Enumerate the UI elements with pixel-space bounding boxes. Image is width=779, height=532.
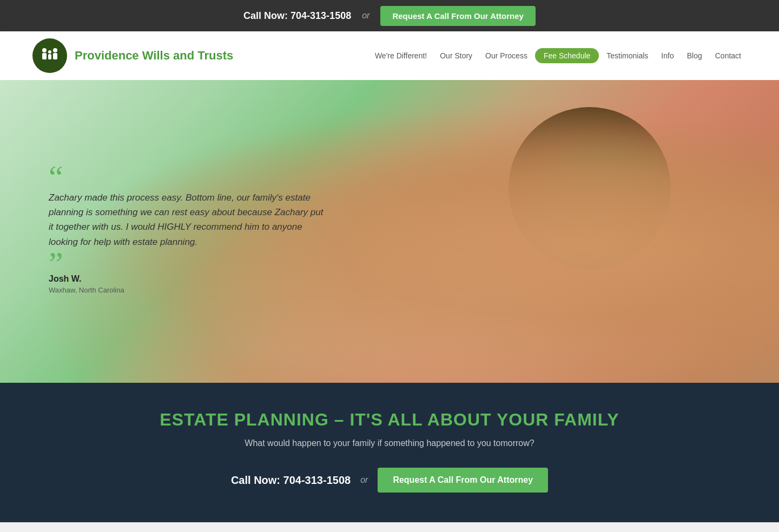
quote-author-location: Waxhaw, North Carolina bbox=[49, 286, 330, 294]
svg-point-4 bbox=[53, 48, 57, 52]
cta-actions: Call Now: 704-313-1508 or Request A Call… bbox=[0, 468, 779, 493]
footer-hint bbox=[0, 522, 779, 532]
logo-area[interactable]: Providence Wills and Trusts bbox=[32, 38, 233, 73]
nav: We're Different! Our Story Our Process F… bbox=[369, 48, 747, 63]
cta-subtext: What would happen to your family if some… bbox=[0, 438, 779, 448]
cta-button[interactable]: Request A Call From Our Attorney bbox=[378, 468, 548, 493]
top-bar-or: or bbox=[362, 11, 369, 21]
nav-item-our-process[interactable]: Our Process bbox=[480, 48, 533, 63]
nav-item-testimonials[interactable]: Testimonials bbox=[601, 48, 653, 63]
logo-text: Providence Wills and Trusts bbox=[75, 49, 233, 63]
cta-phone: Call Now: 704-313-1508 bbox=[231, 474, 351, 487]
svg-rect-1 bbox=[42, 53, 47, 59]
quote-text: Zachary made this process easy. Bottom l… bbox=[49, 190, 330, 249]
svg-rect-5 bbox=[53, 53, 57, 59]
cta-headline: ESTATE PLANNING – IT'S ALL ABOUT YOUR FA… bbox=[0, 410, 779, 430]
nav-item-fee-schedule[interactable]: Fee Schedule bbox=[535, 48, 599, 63]
svg-rect-3 bbox=[48, 54, 51, 59]
top-bar-cta-button[interactable]: Request A Call From Our Attorney bbox=[380, 6, 536, 26]
hero-section: “ Zachary made this process easy. Bottom… bbox=[0, 80, 779, 383]
header: Providence Wills and Trusts We're Differ… bbox=[0, 31, 779, 80]
cta-section: ESTATE PLANNING – IT'S ALL ABOUT YOUR FA… bbox=[0, 383, 779, 522]
logo-icon bbox=[32, 38, 67, 73]
quote-author-name: Josh W. bbox=[49, 274, 330, 284]
cta-headline-part1: ESTATE PLANNING – bbox=[160, 410, 349, 429]
cta-or: or bbox=[360, 475, 368, 485]
quote-open-marks: “ bbox=[49, 169, 63, 185]
nav-item-blog[interactable]: Blog bbox=[682, 48, 708, 63]
testimonial-block: “ Zachary made this process easy. Bottom… bbox=[49, 169, 330, 294]
nav-item-were-different[interactable]: We're Different! bbox=[369, 48, 432, 63]
cta-headline-part2: IT'S ALL ABOUT YOUR FAMILY bbox=[349, 410, 619, 429]
nav-item-info[interactable]: Info bbox=[656, 48, 679, 63]
nav-item-contact[interactable]: Contact bbox=[710, 48, 747, 63]
nav-item-our-story[interactable]: Our Story bbox=[434, 48, 478, 63]
top-bar: Call Now: 704-313-1508 or Request A Call… bbox=[0, 0, 779, 31]
svg-point-0 bbox=[42, 48, 47, 52]
svg-point-2 bbox=[48, 50, 51, 54]
top-bar-phone: Call Now: 704-313-1508 bbox=[243, 10, 351, 22]
